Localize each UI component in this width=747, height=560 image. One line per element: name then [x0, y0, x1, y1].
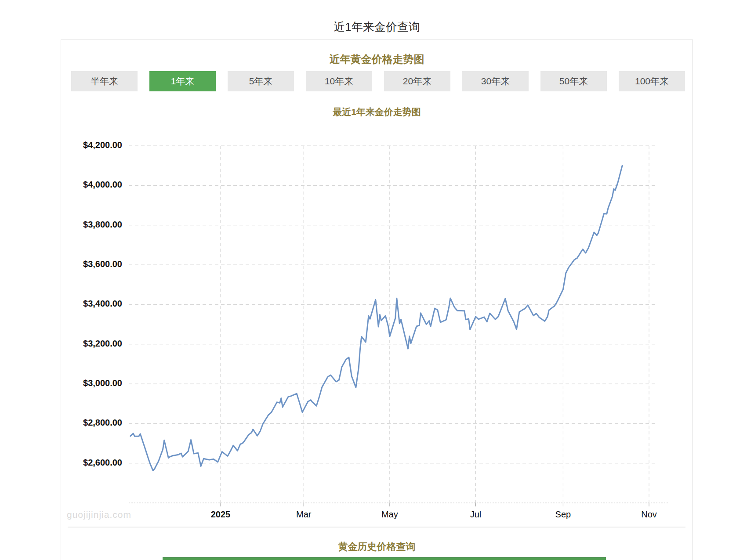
tab-100y[interactable]: 100年来	[619, 71, 685, 91]
page-title: 近1年来金价查询	[61, 19, 693, 35]
y-axis-label: $3,200.00	[52, 339, 122, 349]
y-axis-label: $2,800.00	[52, 418, 122, 428]
period-tabs: 半年来 1年来 5年来 10年来 20年来 30年来 50年来 100年来	[71, 71, 684, 91]
tab-50y[interactable]: 50年来	[540, 71, 607, 91]
x-axis-label: Jul	[454, 509, 498, 520]
y-axis-label: $3,400.00	[52, 299, 122, 309]
x-axis-label: Mar	[282, 509, 326, 520]
y-axis-label: $4,000.00	[52, 180, 122, 190]
panel-title: 近年黄金价格走势图	[61, 52, 693, 66]
site-watermark: guojijinjia.com	[67, 509, 131, 520]
y-axis-label: $3,800.00	[52, 220, 122, 230]
y-axis-label: $4,200.00	[52, 140, 122, 150]
x-axis-label: Nov	[627, 509, 671, 520]
y-axis-label: $3,600.00	[52, 259, 122, 269]
y-axis-label: $3,000.00	[52, 378, 122, 388]
y-axis-label: $2,600.00	[52, 458, 122, 468]
chart-title: 最近1年来金价走势图	[61, 106, 693, 118]
tab-30y[interactable]: 30年来	[462, 71, 529, 91]
tab-20y[interactable]: 20年来	[384, 71, 450, 91]
tab-10y[interactable]: 10年来	[306, 71, 372, 91]
tab-1y[interactable]: 1年来	[149, 71, 216, 91]
x-axis-label: Sep	[541, 509, 585, 520]
x-axis-label: May	[368, 509, 412, 520]
tab-6m[interactable]: 半年来	[71, 71, 138, 91]
history-section-title: 黄金历史价格查询	[61, 540, 693, 553]
x-axis-label: 2025	[199, 509, 243, 520]
history-table-header-bar	[163, 557, 606, 560]
section-divider	[68, 527, 685, 527]
tab-5y[interactable]: 5年来	[228, 71, 294, 91]
